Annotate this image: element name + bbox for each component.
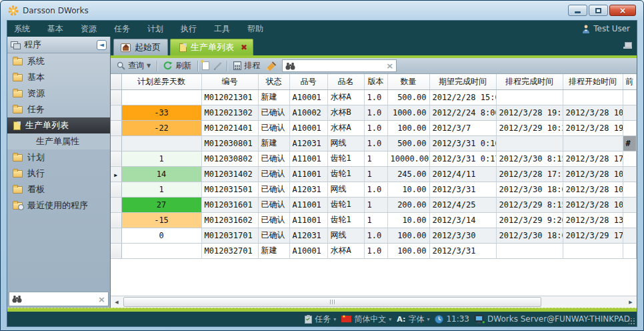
- cell-sched_end[interactable]: 2012/3/28 19:10: [496, 105, 563, 120]
- cell-item_name[interactable]: 水杯A: [327, 120, 364, 135]
- row-selector[interactable]: [111, 135, 121, 151]
- cell-no[interactable]: M012030801: [201, 135, 258, 151]
- cell-sched_start[interactable]: 2012/3/28 17:13: [563, 151, 623, 166]
- table-row[interactable]: 27M012031601已确认A11001齿轮11200.002012/4/25…: [111, 197, 637, 212]
- cell-status[interactable]: 已确认: [258, 182, 289, 197]
- cell-diff[interactable]: -15: [121, 212, 201, 228]
- menu-item[interactable]: 任务: [114, 23, 130, 35]
- sidebar-search-input[interactable]: [25, 294, 95, 304]
- menu-item[interactable]: 工具: [214, 23, 230, 35]
- cell-item_name[interactable]: 水杯A: [327, 89, 364, 105]
- cell-sched_end[interactable]: [496, 89, 563, 105]
- cell-diff[interactable]: 1: [121, 182, 201, 197]
- minimize-button[interactable]: [568, 5, 587, 16]
- tab-production-order-list[interactable]: 生产单列表 ✖: [170, 39, 253, 55]
- cell-item_no[interactable]: A10002: [289, 105, 327, 120]
- cell-sched_end[interactable]: 2012/3/28 17:13: [496, 166, 563, 182]
- cell-ver[interactable]: 1: [364, 151, 387, 166]
- cell-extra[interactable]: [623, 105, 637, 120]
- table-row[interactable]: 1M012031501已确认A12031网线1.010.002012/3/312…: [111, 182, 637, 197]
- column-header-sched_end[interactable]: 排程完成时间: [496, 74, 563, 89]
- column-header-qty[interactable]: 数量: [387, 74, 429, 89]
- sidebar-search-clear-icon[interactable]: ×: [98, 295, 105, 304]
- cell-item_no[interactable]: A10001: [289, 120, 327, 135]
- cell-extra[interactable]: [623, 212, 637, 228]
- cell-qty[interactable]: 500.00: [387, 89, 429, 105]
- table-row[interactable]: M012021301新建A10001水杯A1.0500.002012/2/28 …: [111, 89, 637, 105]
- cell-qty[interactable]: 10.00: [387, 182, 429, 197]
- row-selector[interactable]: [111, 105, 121, 120]
- cell-sched_start[interactable]: 2012/3/28 10:52: [563, 166, 623, 182]
- cell-sched_end[interactable]: 2012/3/30 18:00: [496, 182, 563, 197]
- scroll-right-icon[interactable]: ▶: [625, 297, 636, 307]
- cell-item_no[interactable]: A10001: [289, 89, 327, 105]
- cell-qty[interactable]: 100.00: [387, 228, 429, 243]
- cell-item_no[interactable]: A10001: [289, 243, 327, 258]
- cell-sched_end[interactable]: 2012/3/29 10:20: [496, 120, 563, 135]
- cell-expect[interactable]: 2012/2/28 15:00: [429, 89, 496, 105]
- query-button[interactable]: 查询 ▼: [115, 59, 153, 73]
- cell-no[interactable]: M012031402: [201, 166, 258, 182]
- column-header-sched_start[interactable]: 排程开始时间: [563, 74, 623, 89]
- cell-item_name[interactable]: 齿轮1: [327, 212, 364, 228]
- table-row[interactable]: -22M012021401已确认A10001水杯A1.0100.002012/3…: [111, 120, 637, 135]
- cell-no[interactable]: M012032701: [201, 243, 258, 258]
- cell-ver[interactable]: 1.0: [364, 105, 387, 120]
- cell-qty[interactable]: 245.00: [387, 166, 429, 182]
- new-document-icon[interactable]: [202, 61, 209, 70]
- cell-no[interactable]: M012021301: [201, 89, 258, 105]
- cell-status[interactable]: 已确认: [258, 228, 289, 243]
- sidebar-item[interactable]: 资源: [7, 85, 110, 101]
- schedule-button[interactable]: 排程: [231, 59, 262, 73]
- cell-item_name[interactable]: 网线: [327, 135, 364, 151]
- sidebar-item[interactable]: 看板: [7, 182, 110, 198]
- cell-diff[interactable]: [121, 89, 201, 105]
- status-task-menu[interactable]: 任务 ▾: [305, 314, 336, 325]
- row-selector-current[interactable]: [111, 166, 121, 182]
- table-row[interactable]: -33M012021302已确认A10002水杯B1.01000.002012/…: [111, 105, 637, 120]
- row-selector[interactable]: [111, 228, 121, 243]
- status-language-menu[interactable]: 简体中文 ▾: [341, 314, 391, 325]
- cell-item_no[interactable]: A12031: [289, 182, 327, 197]
- cell-sched_start[interactable]: 2012/3/28 10:52: [563, 182, 623, 197]
- cell-extra[interactable]: [623, 182, 637, 197]
- cell-item_no[interactable]: A11001: [289, 166, 327, 182]
- column-header-expect[interactable]: 期望完成时间: [429, 74, 496, 89]
- cell-sched_end[interactable]: 2012/3/30 8:15: [496, 151, 563, 166]
- cell-status[interactable]: 已确认: [258, 212, 289, 228]
- cell-diff[interactable]: -22: [121, 120, 201, 135]
- toolbar-search-clear-icon[interactable]: ×: [386, 61, 393, 70]
- cell-extra[interactable]: [623, 151, 637, 166]
- cell-no[interactable]: M012021302: [201, 105, 258, 120]
- maximize-button[interactable]: [589, 5, 608, 16]
- column-header-status[interactable]: 状态: [258, 74, 289, 89]
- cell-extra[interactable]: #: [623, 135, 637, 151]
- cell-ver[interactable]: 1.0: [364, 89, 387, 105]
- cell-expect[interactable]: 2012/3/14: [429, 212, 496, 228]
- status-font-menu[interactable]: A: 字体 ▾: [397, 314, 429, 325]
- sidebar-item[interactable]: 基本: [7, 69, 110, 85]
- cell-ver[interactable]: 1.0: [364, 120, 387, 135]
- sidebar-item[interactable]: 计划: [7, 149, 110, 166]
- cell-ver[interactable]: 1.0: [364, 135, 387, 151]
- sidebar-item[interactable]: 任务: [7, 101, 110, 117]
- cell-extra[interactable]: [623, 228, 637, 243]
- cell-sched_end[interactable]: [496, 243, 563, 258]
- edit-pencil-icon[interactable]: [213, 61, 223, 70]
- cell-status[interactable]: 已确认: [258, 197, 289, 212]
- cell-item_no[interactable]: A12031: [289, 228, 327, 243]
- sidebar-item[interactable]: 生产单列表: [7, 117, 110, 133]
- table-row[interactable]: -15M012031602已确认A11001齿轮1110.002012/3/14…: [111, 212, 637, 228]
- sidebar-item[interactable]: 系统: [7, 53, 110, 69]
- cell-qty[interactable]: 1000.00: [387, 105, 429, 120]
- cell-expect[interactable]: 2012/3/7: [429, 120, 496, 135]
- resize-grip[interactable]: [629, 318, 635, 325]
- table-row[interactable]: M012032701新建A10001水杯A1.0100.002012/3/31: [111, 243, 637, 258]
- cell-item_no[interactable]: A12031: [289, 135, 327, 151]
- refresh-button[interactable]: 刷新: [161, 59, 193, 73]
- menu-item[interactable]: 计划: [147, 23, 163, 35]
- menu-item[interactable]: 执行: [181, 23, 197, 35]
- cell-no[interactable]: M012031701: [201, 228, 258, 243]
- cell-status[interactable]: 新建: [258, 89, 289, 105]
- cell-diff[interactable]: 0: [121, 228, 201, 243]
